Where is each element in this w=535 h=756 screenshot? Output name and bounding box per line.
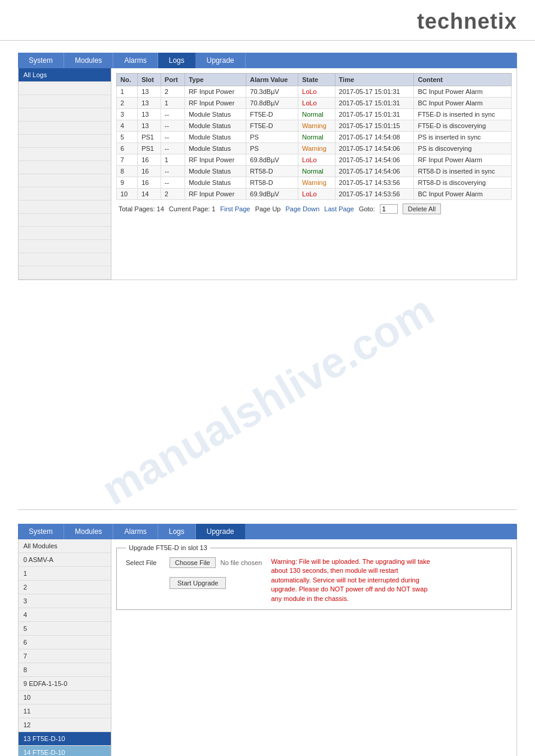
page-wrapper: technetix System Modules Alarms Logs Upg… [0, 0, 535, 756]
tab-system[interactable]: System [18, 53, 64, 68]
table-cell: 14 [138, 189, 161, 200]
table-cell: 2 [117, 98, 138, 109]
table-cell: 9 [117, 177, 138, 189]
upgrade-section: System Modules Alarms Logs Upgrade All M… [0, 515, 535, 756]
choose-file-button[interactable]: Choose File [170, 557, 216, 568]
table-cell: Module Status [185, 166, 246, 177]
total-pages: Total Pages: 14 [119, 205, 164, 212]
tab-modules-2[interactable]: Modules [64, 524, 113, 539]
sidebar-item-empty-6 [19, 148, 111, 161]
sidebar-item-empty-14 [19, 253, 111, 266]
sidebar-slot-7[interactable]: 7 [19, 649, 111, 663]
tab-upgrade[interactable]: Upgrade [196, 53, 246, 68]
table-cell: BC Input Power Alarm [414, 98, 512, 109]
table-cell: Warning [298, 120, 335, 132]
table-cell: Module Status [185, 177, 246, 189]
col-no: No. [117, 74, 138, 86]
first-page-link[interactable]: First Page [220, 205, 250, 212]
table-row: 313--Module StatusFT5E-DNormal2017-05-17… [117, 109, 512, 120]
table-cell: FT5E-D is inserted in sync [414, 109, 512, 120]
sidebar-slot-6[interactable]: 6 [19, 636, 111, 649]
table-cell: -- [161, 177, 185, 189]
sidebar-item-empty-9 [19, 187, 111, 201]
table-cell: PS is discoverying [414, 143, 512, 154]
table-cell: Module Status [185, 132, 246, 143]
sidebar-slot-11[interactable]: 11 [19, 705, 111, 718]
goto-input[interactable] [380, 204, 398, 214]
table-cell: 1 [161, 154, 185, 166]
sidebar-item-empty-2 [19, 95, 111, 108]
table-cell: LoLo [298, 189, 335, 200]
page-down-link[interactable]: Page Down [285, 205, 319, 212]
delete-all-button[interactable]: Delete All [403, 204, 441, 214]
upgrade-fieldset: Upgrade FT5E-D in slot 13 Select File Ch… [116, 544, 512, 610]
page-up-link-label: Page Up [255, 205, 281, 212]
sidebar-slot-12[interactable]: 12 [19, 718, 111, 732]
upgrade-fieldset-legend: Upgrade FT5E-D in slot 13 [126, 544, 210, 551]
table-cell: 69.9dBµV [246, 189, 298, 200]
table-cell: Module Status [185, 143, 246, 154]
sidebar-13-ft5e[interactable]: 13 FT5E-D-10 [19, 732, 111, 746]
brand-logo: technetix [417, 9, 517, 34]
table-row: 10142RF Input Power69.9dBµVLoLo2017-05-1… [117, 189, 512, 200]
tab-system-2[interactable]: System [18, 524, 64, 539]
table-cell: LoLo [298, 86, 335, 98]
table-cell: FT5E-D [246, 109, 298, 120]
table-cell: 13 [138, 86, 161, 98]
tab-logs-2[interactable]: Logs [158, 524, 196, 539]
no-file-text: No file chosen [220, 559, 262, 566]
table-cell: -- [161, 143, 185, 154]
table-row: 5PS1--Module StatusPSNormal2017-05-17 14… [117, 132, 512, 143]
sidebar-slot-3[interactable]: 3 [19, 594, 111, 608]
logs-section: System Modules Alarms Logs Upgrade All L… [0, 44, 535, 289]
table-cell: 2 [161, 189, 185, 200]
sidebar-item-empty-8 [19, 174, 111, 187]
tab-logs[interactable]: Logs [158, 53, 196, 68]
table-cell: 13 [138, 109, 161, 120]
table-cell: 2017-05-17 14:54:06 [335, 154, 414, 166]
table-cell: 13 [138, 120, 161, 132]
sidebar-slot-2[interactable]: 2 [19, 581, 111, 594]
sidebar-14-ft5e[interactable]: 14 FT5E-D-10 [19, 746, 111, 756]
brand-name: technetix [417, 9, 517, 34]
sidebar-9-edfa[interactable]: 9 EDFA-1-15-0 [19, 677, 111, 691]
col-slot: Slot [138, 74, 161, 86]
sidebar-0-asmv-a[interactable]: 0 ASMV-A [19, 553, 111, 567]
table-cell: 70.8dBµV [246, 98, 298, 109]
sidebar-slot-1[interactable]: 1 [19, 567, 111, 581]
table-row: 7161RF Input Power69.8dBµVLoLo2017-05-17… [117, 154, 512, 166]
table-cell: 2 [161, 86, 185, 98]
table-cell: Module Status [185, 120, 246, 132]
table-cell: 70.3dBµV [246, 86, 298, 98]
tab-alarms-2[interactable]: Alarms [113, 524, 158, 539]
table-row: 916--Module StatusRT58-DWarning2017-05-1… [117, 177, 512, 189]
table-cell: RT58-D is discoverying [414, 177, 512, 189]
table-cell: 16 [138, 154, 161, 166]
section-divider [18, 509, 517, 510]
logs-sidebar: All Logs [19, 68, 111, 280]
current-page: Current Page: 1 [169, 205, 216, 212]
start-upgrade-button[interactable]: Start Upgrade [170, 577, 226, 589]
tab-modules[interactable]: Modules [64, 53, 113, 68]
sidebar-slot-4[interactable]: 4 [19, 608, 111, 622]
sidebar-all-modules[interactable]: All Modules [19, 539, 111, 553]
sidebar-slot-8[interactable]: 8 [19, 663, 111, 677]
table-cell: RF Input Power Alarm [414, 154, 512, 166]
tab-upgrade-2[interactable]: Upgrade [196, 524, 246, 539]
sidebar-slot-10[interactable]: 10 [19, 691, 111, 705]
tab-alarms[interactable]: Alarms [113, 53, 158, 68]
upgrade-row: Select File Choose File No file chosen S… [126, 557, 502, 603]
table-cell: 2017-05-17 14:54:08 [335, 132, 414, 143]
table-cell: RF Input Power [185, 86, 246, 98]
sidebar-slot-5[interactable]: 5 [19, 622, 111, 636]
sidebar-item-all-logs[interactable]: All Logs [19, 68, 111, 82]
table-cell: RT58-D is inserted in sync [414, 166, 512, 177]
last-page-link[interactable]: Last Page [324, 205, 354, 212]
col-type: Type [185, 74, 246, 86]
table-cell: RF Input Power [185, 154, 246, 166]
logs-nav-tabs: System Modules Alarms Logs Upgrade [18, 53, 517, 68]
sidebar-item-empty-15 [19, 266, 111, 280]
logs-main-content: No. Slot Port Type Alarm Value State Tim… [111, 68, 516, 280]
col-time: Time [335, 74, 414, 86]
table-cell: PS [246, 132, 298, 143]
